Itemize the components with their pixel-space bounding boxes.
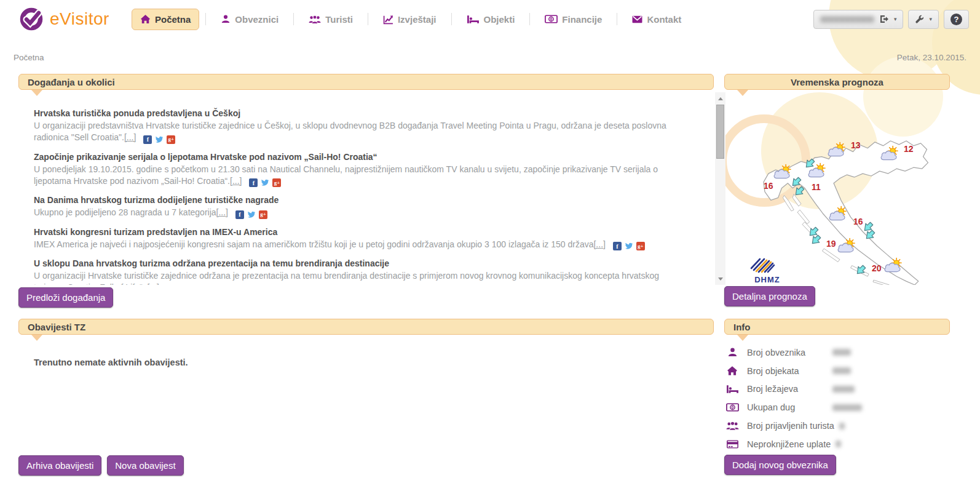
google-plus-icon[interactable]: g+	[259, 210, 267, 219]
weather-panel-header: Vremenska prognoza	[724, 74, 950, 90]
news-item: Na Danima hrvatskog turizma dodijeljene …	[34, 195, 689, 219]
twitter-icon[interactable]	[247, 210, 256, 219]
group-icon	[309, 15, 321, 24]
facebook-icon[interactable]: f	[613, 242, 622, 250]
dhmz-stripes-icon	[748, 255, 777, 274]
temperature-label: 12	[904, 144, 914, 154]
wind-arrow-icon	[865, 230, 875, 240]
google-plus-icon[interactable]: g+	[272, 178, 281, 187]
panel-title: Događanja u okolici	[28, 77, 115, 87]
info-value-redacted	[832, 404, 862, 411]
info-value-redacted	[832, 349, 851, 356]
nav-separator	[529, 13, 530, 25]
add-obligor-button[interactable]: Dodaj novog obveznika	[724, 455, 836, 475]
facebook-icon[interactable]: f	[235, 210, 244, 219]
notices-actions: Arhiva obavijesti Nova obavijest	[18, 455, 184, 476]
facebook-icon[interactable]: f	[143, 135, 152, 144]
sun-cloud-icon	[836, 238, 859, 253]
nav-objekti[interactable]: Objekti	[458, 9, 524, 30]
news-more-link[interactable]: [...]	[593, 239, 605, 249]
panel-title: Vremenska prognoza	[791, 77, 883, 87]
detailed-forecast-button[interactable]: Detaljna prognoza	[724, 286, 815, 306]
scrollbar-thumb[interactable]	[716, 105, 724, 159]
nav-label: Početna	[155, 14, 191, 25]
info-row: Broj objekata	[724, 362, 950, 380]
account-menu-button[interactable]: ▾	[813, 10, 904, 29]
user-icon	[724, 347, 740, 357]
news-item-title: Hrvatski kongresni turizam predstavljen …	[34, 227, 689, 237]
twitter-icon[interactable]	[625, 242, 633, 250]
header-controls: ▾ ▾ ?	[813, 10, 969, 29]
nav-financije[interactable]: Financije	[536, 9, 611, 30]
suggest-events-button[interactable]: Predloži događanja	[18, 287, 113, 308]
new-notice-button[interactable]: Nova obavijest	[107, 455, 183, 476]
info-label: Neproknjižene uplate	[747, 439, 831, 449]
events-panel-header: Događanja u okolici	[18, 74, 714, 90]
bed-icon	[467, 15, 480, 24]
temperature-label: 16	[853, 217, 863, 226]
current-date: Petak, 23.10.2015.	[897, 53, 966, 62]
breadcrumb-row: Početna Petak, 23.10.2015.	[14, 53, 966, 62]
panel-title: Obavijesti TZ	[28, 322, 85, 332]
weather-map: 13 12 16 11 16 19 20 DHMZ	[724, 91, 950, 287]
panel-pointer	[737, 90, 748, 96]
evisitor-check-icon	[18, 6, 44, 32]
chart-icon	[383, 14, 393, 25]
notices-empty-message: Trenutno nemate aktivnih obavijesti.	[34, 357, 188, 367]
nav-separator	[368, 13, 368, 25]
nav-label: Objekti	[484, 14, 515, 25]
nav-label: Obveznici	[235, 14, 279, 25]
info-value-redacted	[832, 367, 851, 374]
news-item-body: IMEX America je najveći i najposjećeniji…	[34, 239, 689, 251]
home-icon	[140, 14, 151, 25]
breadcrumb[interactable]: Početna	[14, 53, 44, 62]
events-list: Hrvatska turistička ponuda predstavljena…	[18, 92, 725, 285]
bed-icon	[724, 385, 740, 394]
info-label: Ukupan dug	[747, 402, 828, 412]
news-more-link[interactable]: [...]	[230, 176, 242, 186]
news-more-link[interactable]: [...]	[216, 207, 228, 217]
news-item: Hrvatski kongresni turizam predstavljen …	[34, 227, 689, 251]
news-more-link[interactable]: [...]	[124, 132, 136, 142]
info-row: Broj prijavljenih turista	[724, 417, 950, 435]
nav-izvjestaji[interactable]: Izvještaji	[374, 9, 445, 30]
info-value-redacted	[839, 423, 845, 429]
twitter-icon[interactable]	[261, 178, 269, 187]
nav-label: Kontakt	[647, 14, 681, 25]
logout-icon	[879, 14, 889, 24]
twitter-icon[interactable]	[155, 135, 164, 144]
notices-archive-button[interactable]: Arhiva obavijesti	[18, 455, 101, 476]
nav-kontakt[interactable]: Kontakt	[623, 9, 690, 30]
wind-arrow-icon	[794, 186, 805, 196]
news-item-title: Na Danima hrvatskog turizma dodijeljene …	[34, 195, 689, 205]
card-icon	[724, 440, 740, 449]
info-row: Broj ležajeva	[724, 380, 950, 399]
nav-obveznici[interactable]: Obveznici	[212, 9, 287, 30]
news-item-title: Hrvatska turistička ponuda predstavljena…	[34, 108, 689, 118]
nav-label: Financije	[562, 14, 602, 25]
nav-turisti[interactable]: Turisti	[300, 9, 362, 30]
news-item-title: Započinje prikazivanje serijala o ljepot…	[34, 152, 689, 162]
banknote-icon	[545, 15, 558, 23]
main-nav: Početna Obveznici Turisti Izvještaji Obj…	[132, 9, 690, 30]
nav-label: Turisti	[325, 14, 353, 25]
news-item-body: Ukupno je podijeljeno 28 nagrada u 7 kat…	[34, 207, 689, 219]
nav-separator	[451, 13, 452, 25]
help-button[interactable]: ?	[944, 10, 969, 29]
news-more-link[interactable]: [...]	[147, 282, 159, 285]
news-item: Hrvatska turistička ponuda predstavljena…	[34, 108, 689, 144]
info-panel-header: Info	[724, 319, 950, 335]
group-icon	[724, 421, 740, 431]
nav-pocetna[interactable]: Početna	[132, 9, 199, 30]
help-icon: ?	[950, 14, 962, 25]
google-plus-icon[interactable]: g+	[167, 135, 175, 144]
username-redacted	[820, 16, 874, 23]
settings-menu-button[interactable]: ▾	[908, 10, 939, 29]
wind-arrow-icon	[856, 265, 866, 275]
info-label: Broj ležajeva	[747, 384, 828, 394]
info-value-redacted	[836, 441, 841, 447]
google-plus-icon[interactable]: g+	[636, 242, 645, 250]
user-icon	[221, 14, 231, 24]
facebook-icon[interactable]: f	[249, 178, 258, 187]
app-logo[interactable]: eVisitor	[18, 6, 128, 32]
